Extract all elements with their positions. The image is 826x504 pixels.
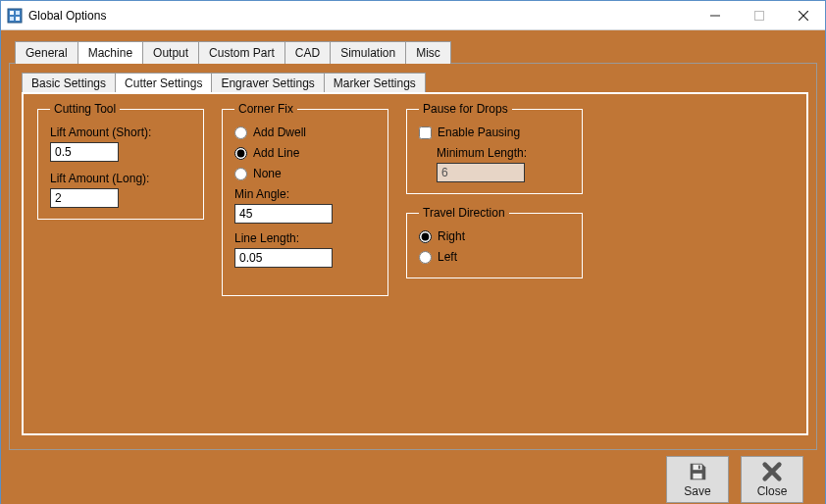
radio-row-left[interactable]: Left	[419, 250, 570, 264]
subtab-basic[interactable]: Basic Settings	[22, 73, 116, 93]
group-corner-fix: Corner Fix Add Dwell Add Line None M	[222, 102, 388, 296]
main-tabs: General Machine Output Custom Part CAD S…	[15, 40, 817, 63]
close-label: Close	[757, 484, 788, 498]
sub-tabs: Basic Settings Cutter Settings Engraver …	[22, 72, 816, 92]
label-enable-pausing: Enable Pausing	[438, 126, 520, 139]
tab-custom-part[interactable]: Custom Part	[198, 41, 285, 64]
radio-row-add-line[interactable]: Add Line	[234, 146, 376, 160]
check-row-enable-pausing[interactable]: Enable Pausing	[419, 126, 570, 139]
subtab-cutter[interactable]: Cutter Settings	[115, 73, 212, 93]
subtab-marker[interactable]: Marker Settings	[324, 73, 426, 93]
close-button[interactable]: Close	[741, 456, 803, 503]
svg-rect-10	[693, 474, 701, 479]
label-add-dwell: Add Dwell	[253, 126, 306, 139]
save-label: Save	[684, 484, 710, 498]
window-title: Global Options	[28, 9, 693, 23]
maximize-button	[737, 1, 781, 29]
group-travel-direction: Travel Direction Right Left	[406, 206, 583, 278]
svg-rect-2	[16, 11, 20, 15]
maximize-icon	[754, 11, 764, 21]
label-none: None	[253, 167, 282, 180]
minimize-icon	[710, 11, 720, 21]
legend-cutting-tool: Cutting Tool	[50, 102, 120, 116]
close-x-icon	[761, 461, 783, 482]
legend-corner-fix: Corner Fix	[234, 102, 297, 116]
label-add-line: Add Line	[253, 146, 299, 160]
label-min-angle: Min Angle:	[234, 187, 376, 201]
save-button[interactable]: Save	[666, 456, 729, 503]
titlebar: Global Options	[1, 1, 825, 30]
minimize-button[interactable]	[693, 1, 737, 29]
radio-row-add-dwell[interactable]: Add Dwell	[234, 126, 376, 139]
label-lift-long: Lift Amount (Long):	[50, 172, 191, 185]
radio-right[interactable]	[419, 230, 432, 243]
svg-rect-6	[754, 11, 763, 20]
radio-row-none[interactable]: None	[234, 167, 376, 180]
tab-misc[interactable]: Misc	[405, 41, 451, 64]
svg-rect-4	[16, 17, 20, 21]
tab-cad[interactable]: CAD	[284, 41, 331, 64]
input-lift-short[interactable]	[50, 142, 119, 162]
label-min-length: Minimum Length:	[437, 146, 570, 160]
checkbox-enable-pausing[interactable]	[419, 126, 432, 139]
radio-add-dwell[interactable]	[234, 126, 247, 139]
radio-left[interactable]	[419, 251, 432, 264]
close-icon	[799, 11, 808, 21]
subtab-panel: Cutting Tool Lift Amount (Short): Lift A…	[22, 92, 808, 435]
svg-rect-3	[10, 17, 14, 21]
radio-none[interactable]	[234, 168, 247, 180]
save-icon	[687, 461, 708, 482]
group-cutting-tool: Cutting Tool Lift Amount (Short): Lift A…	[37, 102, 204, 220]
tab-output[interactable]: Output	[142, 41, 199, 64]
legend-pause-drops: Pause for Drops	[419, 102, 512, 116]
label-left: Left	[438, 250, 457, 264]
main-tab-panel: Basic Settings Cutter Settings Engraver …	[9, 63, 817, 450]
group-pause-drops: Pause for Drops Enable Pausing Minimum L…	[406, 102, 583, 194]
radio-row-right[interactable]: Right	[419, 229, 570, 243]
svg-rect-1	[10, 11, 14, 15]
label-right: Right	[438, 229, 465, 243]
svg-rect-11	[698, 466, 700, 470]
tab-general[interactable]: General	[15, 41, 78, 64]
window: Global Options General Machine Output Cu…	[0, 0, 826, 504]
input-line-length[interactable]	[234, 248, 333, 268]
app-icon	[7, 8, 23, 24]
svg-rect-9	[693, 465, 701, 471]
input-min-angle[interactable]	[234, 204, 333, 224]
window-controls	[693, 1, 825, 29]
legend-travel-direction: Travel Direction	[419, 206, 509, 220]
label-line-length: Line Length:	[234, 231, 376, 245]
radio-add-line[interactable]	[234, 147, 247, 160]
close-window-button[interactable]	[781, 1, 825, 29]
input-lift-long[interactable]	[50, 188, 119, 208]
footer: Save Close	[9, 450, 817, 504]
tab-simulation[interactable]: Simulation	[330, 41, 406, 64]
subtab-engraver[interactable]: Engraver Settings	[211, 73, 324, 93]
input-min-length	[437, 163, 525, 182]
tab-machine[interactable]: Machine	[77, 41, 143, 64]
label-lift-short: Lift Amount (Short):	[50, 126, 191, 139]
client-area: General Machine Output Custom Part CAD S…	[1, 30, 825, 504]
